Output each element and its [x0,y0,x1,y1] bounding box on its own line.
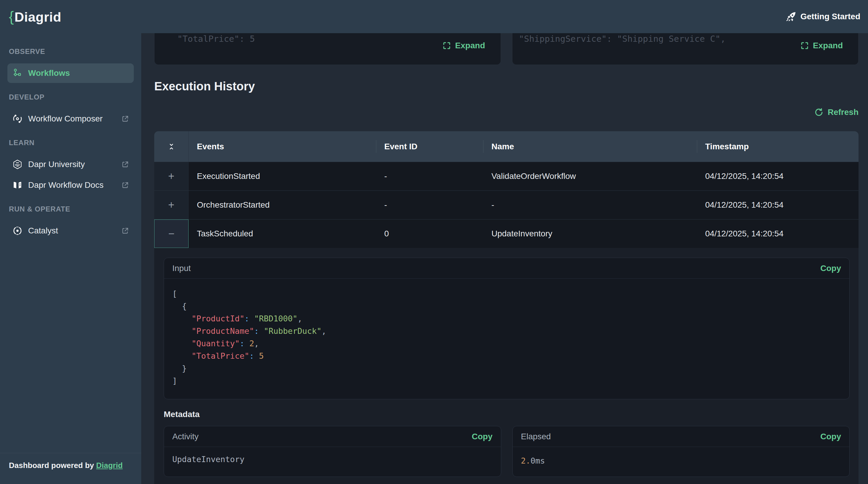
logo-brace-icon: { [9,8,14,25]
diagrid-footer-link[interactable]: Diagrid [96,461,123,470]
execution-history-table: Events Event ID Name Timestamp + Executi… [154,131,859,484]
cell-timestamp: 04/12/2025, 14:20:54 [697,162,859,190]
refresh-label: Refresh [828,108,859,117]
cell-event-id: - [376,191,483,219]
powered-by-text: Dashboard powered by [9,461,94,470]
copy-elapsed-button[interactable]: Copy [820,432,841,441]
dapr-university-icon: dapr [12,159,23,170]
elapsed-value: 2.0ms [513,447,850,467]
expand-label: Expand [813,41,843,50]
getting-started-label: Getting Started [801,12,860,21]
sidebar-item-dapr-university[interactable]: dapr Dapr University [7,155,134,174]
input-card: Input Copy [ { "ProductId": "RBD1000", "… [164,258,850,399]
cell-events: TaskScheduled [189,219,376,248]
cell-name: - [483,191,697,219]
copy-input-button[interactable]: Copy [820,264,841,273]
cell-name: UpdateInventory [483,219,697,248]
table-row[interactable]: + OrchestratorStarted - - 04/12/2025, 14… [154,190,859,219]
activity-value: UpdateInventory [164,447,501,464]
cell-events: ExecutionStarted [189,162,376,190]
cell-events: OrchestratorStarted [189,191,376,219]
sidebar-section-develop: DEVELOP [0,84,141,108]
external-link-icon [121,160,129,169]
sidebar-item-workflows[interactable]: Workflows [7,63,134,83]
cell-event-id: - [376,162,483,190]
column-header-timestamp: Timestamp [697,131,859,162]
input-preview-card: "TotalPrice": 5 Expand [154,33,501,65]
activity-card: Activity Copy UpdateInventory [164,426,501,477]
sidebar-item-label: Dapr University [28,160,85,169]
main-content: "TotalPrice": 5 Expand "ShippingService"… [141,33,868,484]
external-link-icon [121,227,129,235]
logo-text: Diagrid [14,9,62,25]
svg-text:dapr: dapr [15,163,20,166]
input-json-code: [ { "ProductId": "RBD1000", "ProductName… [164,279,849,399]
sidebar-section-observe: OBSERVE [0,38,141,62]
sidebar-item-label: Workflow Composer [28,114,103,123]
expand-label: Expand [455,41,485,50]
sidebar-item-catalyst[interactable]: Catalyst [7,221,134,241]
diagrid-logo[interactable]: { Diagrid [9,8,61,25]
sidebar-item-label: Catalyst [28,226,58,236]
row-collapse-button[interactable]: − [154,219,189,248]
input-label: Input [172,264,191,273]
sidebar: OBSERVE Workflows DEVELOP [0,33,141,484]
elapsed-label: Elapsed [521,432,551,441]
collapse-all-button[interactable] [154,131,189,162]
cell-timestamp: 04/12/2025, 14:20:54 [697,191,859,219]
workflow-composer-icon [12,114,23,124]
sidebar-footer: Dashboard powered by Diagrid [0,453,141,484]
sidebar-section-run-operate: RUN & OPERATE [0,196,141,220]
column-header-event-id: Event ID [376,131,483,162]
table-row-expanded[interactable]: − TaskScheduled 0 UpdateInventory 04/12/… [154,219,859,248]
sidebar-section-learn: LEARN [0,130,141,153]
copy-activity-button[interactable]: Copy [472,432,493,441]
elapsed-card: Elapsed Copy 2.0ms [513,426,850,477]
catalyst-icon [12,225,23,236]
workflow-icon [12,68,23,79]
page-title: Execution History [154,79,859,93]
column-header-events: Events [189,131,376,162]
sidebar-item-label: Workflows [28,68,70,78]
cell-event-id: 0 [376,219,483,248]
output-preview-card: "ShippingService": "Shipping Service C",… [512,33,859,65]
table-row[interactable]: + ExecutionStarted - ValidateOrderWorkfl… [154,162,859,190]
docs-book-icon [12,180,23,190]
column-header-name: Name [483,131,697,162]
rocket-icon [786,11,796,22]
sidebar-item-dapr-workflow-docs[interactable]: Dapr Workflow Docs [7,175,134,195]
row-detail-panel: Input Copy [ { "ProductId": "RBD1000", "… [154,248,859,484]
collapse-all-icon [167,143,175,150]
external-link-icon [121,115,129,123]
sidebar-item-workflow-composer[interactable]: Workflow Composer [7,109,134,128]
table-header-row: Events Event ID Name Timestamp [154,131,859,162]
getting-started-link[interactable]: Getting Started [786,11,860,22]
row-expand-button[interactable]: + [154,191,189,219]
external-link-icon [121,181,129,189]
expand-output-button[interactable]: Expand [800,41,843,50]
sidebar-item-label: Dapr Workflow Docs [28,180,104,190]
refresh-button[interactable]: Refresh [814,106,859,118]
cell-timestamp: 04/12/2025, 14:20:54 [697,219,859,248]
activity-label: Activity [172,432,199,441]
topbar: { Diagrid Getting Started [0,0,868,33]
metadata-heading: Metadata [164,410,850,419]
expand-icon [800,41,809,50]
cell-name: ValidateOrderWorkflow [483,162,697,190]
expand-icon [442,41,451,50]
refresh-icon [814,108,824,117]
row-expand-button[interactable]: + [154,162,189,190]
expand-input-button[interactable]: Expand [442,41,485,50]
